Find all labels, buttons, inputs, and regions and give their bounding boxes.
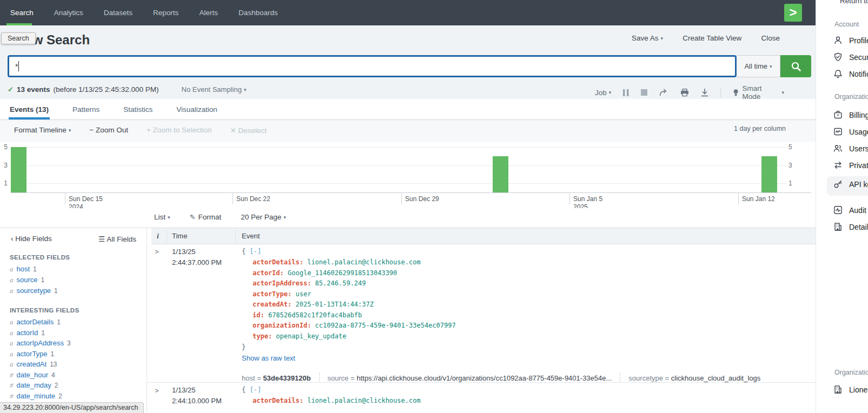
time-range-picker[interactable]: All time▾	[737, 55, 780, 77]
divider	[720, 88, 721, 97]
field-date-minute[interactable]: #date_minute2	[10, 392, 62, 403]
hide-fields-link[interactable]: ‹ Hide Fields	[11, 235, 52, 243]
search-button[interactable]	[780, 55, 811, 77]
create-table-view-button[interactable]: Create Table View	[683, 34, 741, 42]
json-pair: actorId: Google_114602629918513043390	[253, 269, 397, 277]
format-timeline-dropdown[interactable]: Format Timeline▾	[14, 126, 71, 135]
save-as-button[interactable]: Save As▾	[632, 34, 663, 42]
field-sourcetype[interactable]: asourcetype1	[10, 287, 58, 297]
gridline	[11, 165, 787, 166]
print-button[interactable]	[680, 89, 689, 97]
search-query-text: *	[15, 62, 18, 71]
column-info: i	[157, 232, 159, 241]
json-pair: id: 678526d582c1f20fac4babfb	[253, 311, 362, 319]
events-table-header: i Time Event	[151, 228, 816, 244]
splunk-logo-icon[interactable]: >	[784, 4, 802, 22]
export-button[interactable]	[701, 89, 708, 97]
field-actortype[interactable]: aactorType1	[10, 350, 54, 361]
json-collapse-link[interactable]: [-]	[249, 386, 261, 394]
return-to-link[interactable]: Return to	[840, 0, 868, 5]
panel-item-billing[interactable]: Billing	[833, 110, 868, 119]
nav-item-search[interactable]: Search	[0, 0, 44, 25]
person-icon	[833, 36, 843, 45]
nav-item-analytics[interactable]: Analytics	[44, 0, 94, 25]
json-close-line: }	[242, 343, 246, 351]
lightbulb-icon	[733, 89, 739, 97]
panel-item-notifications[interactable]: Notifications	[833, 69, 868, 78]
json-pair: type: openapi_key_update	[253, 332, 346, 340]
field-createdat[interactable]: acreatedAt13	[10, 360, 57, 371]
nav-item-reports[interactable]: Reports	[143, 0, 189, 25]
show-raw-text-link[interactable]: Show as raw text	[242, 354, 295, 362]
meta-sourcetype-value[interactable]: clickhouse_cloud_audit_logs	[671, 374, 761, 382]
caret-down-icon: ▾	[168, 215, 170, 220]
timeline-bar[interactable]	[761, 156, 777, 192]
tab-patterns[interactable]: Patterns	[71, 99, 101, 119]
chevron-left-icon: ‹	[11, 235, 14, 243]
close-button[interactable]: Close	[761, 34, 780, 42]
panel-item-security[interactable]: Security	[833, 52, 868, 62]
meta-host-value[interactable]: 53de4339120b	[263, 374, 310, 382]
caret-down-icon: ▾	[781, 90, 784, 95]
field-actordetails[interactable]: aactorDetails1	[10, 318, 61, 329]
panel-item-users[interactable]: Users	[833, 144, 868, 153]
format-button[interactable]: ✎Format	[190, 213, 222, 221]
pencil-icon: ✎	[190, 213, 196, 221]
pause-button[interactable]	[623, 89, 629, 96]
x-axis-tick	[233, 192, 233, 204]
zoom-out-button[interactable]: − Zoom Out	[89, 126, 128, 135]
job-menu[interactable]: Job▾	[595, 89, 611, 97]
tab-statistics[interactable]: Statistics	[122, 99, 154, 119]
event-sampling-dropdown[interactable]: No Event Sampling▾	[182, 85, 247, 94]
field-source[interactable]: asource1	[10, 276, 44, 287]
tab-events[interactable]: Events (13)	[9, 99, 50, 119]
minus-icon: −	[89, 126, 94, 134]
json-open-line: { [-]	[242, 386, 261, 394]
deselect-button[interactable]: ✕ Deselect	[230, 126, 267, 135]
y-axis-tick-label: 5	[789, 143, 796, 151]
zoom-to-selection-button[interactable]: + Zoom to Selection	[147, 126, 211, 135]
panel-item-api-keys[interactable]: API keys	[833, 179, 868, 189]
panel-item-private-endpoints[interactable]: Private	[833, 161, 868, 170]
activity-icon	[833, 205, 843, 215]
nav-item-dashboards[interactable]: Dashboards	[228, 0, 288, 25]
stop-icon	[641, 89, 647, 96]
all-fields-link[interactable]: ☰ All Fields	[98, 235, 136, 243]
share-button[interactable]	[659, 89, 668, 96]
stop-button[interactable]	[641, 89, 647, 96]
field-actoripaddress[interactable]: aactorIpAddress3	[10, 339, 71, 350]
json-pair: actorDetails: lionel.palacin@clickhouse.…	[253, 258, 421, 266]
field-actorid[interactable]: aactorId1	[10, 329, 45, 339]
events-table: i Time Event > 1/13/25 2:44:37.000 PM { …	[147, 228, 816, 413]
users-icon	[833, 144, 843, 153]
list-type-dropdown[interactable]: List▾	[154, 213, 170, 221]
results-display-controls: List▾ ✎Format 20 Per Page▾	[0, 208, 816, 228]
panel-item-current-org[interactable]: Lionel	[833, 385, 868, 394]
text-cursor	[18, 61, 19, 71]
event-meta-fields: host = 53de4339120b source = https://api…	[242, 373, 760, 383]
per-page-dropdown[interactable]: 20 Per Page▾	[241, 213, 286, 221]
field-date-hour[interactable]: #date_hour4	[10, 371, 55, 382]
gridline	[11, 183, 787, 184]
timeline-bar[interactable]	[11, 147, 26, 192]
field-host[interactable]: ahost1	[10, 265, 37, 276]
panel-item-usage[interactable]: Usage	[833, 127, 868, 136]
event-time: 2:44:37.000 PM	[172, 258, 222, 267]
search-query-input[interactable]: *	[8, 55, 737, 77]
expand-row-chevron[interactable]: >	[155, 248, 159, 256]
timeline-bar[interactable]	[493, 156, 508, 192]
field-date-mday[interactable]: #date_mday2	[10, 381, 58, 392]
meta-source-value[interactable]: https://api.clickhouse.cloud/v1/organiza…	[356, 374, 612, 382]
account-section-header: Account	[834, 21, 859, 28]
x-axis-tick-label: Sun Dec 29	[405, 195, 439, 203]
panel-item-audit[interactable]: Audit	[833, 205, 866, 215]
nav-item-alerts[interactable]: Alerts	[189, 0, 228, 25]
json-open-line: { [-]	[242, 248, 261, 255]
tab-visualization[interactable]: Visualization	[175, 99, 218, 119]
search-mode-dropdown[interactable]: Smart Mode▾	[733, 84, 784, 101]
expand-row-chevron[interactable]: >	[155, 387, 159, 395]
nav-item-datasets[interactable]: Datasets	[94, 0, 143, 25]
json-collapse-link[interactable]: [-]	[249, 248, 261, 255]
panel-item-details[interactable]: Details	[833, 222, 868, 231]
panel-item-profile[interactable]: Profile	[833, 36, 868, 45]
